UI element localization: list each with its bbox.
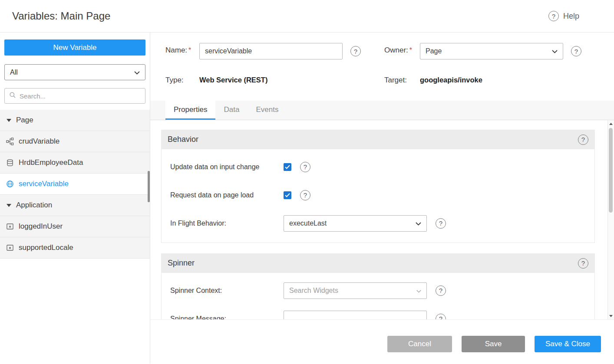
sidebar-scrollbar-thumb[interactable] xyxy=(148,171,150,202)
variable-label: supportedLocale xyxy=(19,243,73,252)
name-label: Name:* xyxy=(165,46,191,55)
owner-select[interactable]: Page xyxy=(420,43,563,59)
scrollbar-thumb[interactable] xyxy=(609,128,613,213)
spinner-help-icon[interactable]: ? xyxy=(578,258,588,269)
collapse-triangle-icon xyxy=(6,119,11,122)
static-variable-icon xyxy=(6,244,14,252)
spinner-message-help-icon[interactable]: ? xyxy=(436,314,446,320)
in-flight-help-icon[interactable]: ? xyxy=(436,218,446,229)
request-data-checkbox[interactable] xyxy=(284,191,291,199)
help-button[interactable]: ? Help xyxy=(548,0,579,32)
variables-sidebar: New Variable All xyxy=(0,33,150,364)
variable-label: crudVariable xyxy=(19,137,59,146)
spinner-context-label: Spinner Context: xyxy=(170,287,284,295)
help-icon: ? xyxy=(548,11,559,21)
group-label: Page xyxy=(16,116,33,125)
dialog-footer: Cancel Save Save & Close xyxy=(150,320,614,364)
spinner-context-row: Spinner Context: Search Widgets ? xyxy=(162,276,594,305)
properties-content: Behavior ? Update data on input change ? xyxy=(150,120,614,320)
type-value: Web Service (REST) xyxy=(199,76,267,84)
name-input[interactable] xyxy=(199,43,343,59)
crud-variable-icon xyxy=(6,138,14,145)
behavior-section-title: Behavior xyxy=(168,135,198,144)
target-value: googleapis/invoke xyxy=(420,76,482,84)
in-flight-value: executeLast xyxy=(289,220,327,227)
database-icon xyxy=(6,159,14,167)
sidebar-item-hrdbemployeedata[interactable]: HrdbEmployeeData xyxy=(0,152,150,174)
request-data-label: Request data on page load xyxy=(170,191,284,199)
variable-label: HrdbEmployeeData xyxy=(19,158,83,167)
save-and-close-button[interactable]: Save & Close xyxy=(535,336,601,352)
chevron-down-icon xyxy=(134,69,140,76)
spinner-section: Spinner ? Spinner Context: Search Widget… xyxy=(161,253,595,320)
static-variable-icon xyxy=(6,223,14,230)
update-data-help-icon[interactable]: ? xyxy=(300,162,310,172)
search-icon xyxy=(9,92,16,100)
update-data-row: Update data on input change ? xyxy=(162,153,594,181)
sidebar-item-crudvariable[interactable]: crudVariable xyxy=(0,131,150,152)
owner-label: Owner:* xyxy=(384,46,412,55)
in-flight-row: In Flight Behavior: executeLast ? xyxy=(162,209,594,237)
save-button[interactable]: Save xyxy=(462,336,525,352)
page-title: Variables: Main Page xyxy=(12,10,110,22)
web-service-icon xyxy=(6,180,14,188)
owner-help-icon[interactable]: ? xyxy=(571,46,581,56)
search-input[interactable] xyxy=(20,92,141,100)
spinner-context-help-icon[interactable]: ? xyxy=(436,285,446,296)
in-flight-label: In Flight Behavior: xyxy=(170,220,284,227)
sidebar-group-application[interactable]: Application xyxy=(0,195,150,216)
scrollbar-up-icon[interactable] xyxy=(608,120,614,127)
behavior-help-icon[interactable]: ? xyxy=(578,134,588,145)
variable-detail-pane: Name:* ? Owner:* Page ? Type: Web Servic… xyxy=(150,33,614,364)
spinner-section-title: Spinner xyxy=(168,259,195,268)
sidebar-item-supportedlocale[interactable]: supportedLocale xyxy=(0,237,150,259)
variable-label: serviceVariable xyxy=(19,180,69,188)
spinner-message-label: Spinner Message: xyxy=(170,315,284,320)
dialog-header: Variables: Main Page ? Help xyxy=(0,0,614,33)
chevron-down-icon xyxy=(552,47,558,55)
type-label: Type: xyxy=(165,76,184,85)
spinner-message-row: Spinner Message: ? xyxy=(162,305,594,320)
name-help-icon[interactable]: ? xyxy=(350,46,361,56)
required-asterisk: * xyxy=(409,46,412,54)
variable-form-header: Name:* ? Owner:* Page ? Type: Web Servic… xyxy=(150,33,614,101)
request-data-help-icon[interactable]: ? xyxy=(300,190,310,200)
help-label: Help xyxy=(563,12,579,21)
owner-value: Page xyxy=(426,47,442,55)
sidebar-item-loggedinuser[interactable]: loggedInUser xyxy=(0,216,150,237)
spinner-context-select[interactable]: Search Widgets xyxy=(284,282,427,299)
variable-search xyxy=(4,88,145,104)
variable-label: loggedInUser xyxy=(19,222,63,231)
scrollbar-down-icon[interactable] xyxy=(608,312,614,319)
variable-tree: Page crudVariable HrdbEmployeeData xyxy=(0,110,150,259)
sidebar-item-servicevariable[interactable]: serviceVariable xyxy=(0,174,150,195)
update-data-label: Update data on input change xyxy=(170,163,284,171)
required-asterisk: * xyxy=(188,46,191,54)
variable-filter-value: All xyxy=(10,69,18,76)
update-data-checkbox[interactable] xyxy=(284,163,291,171)
cancel-button[interactable]: Cancel xyxy=(387,336,452,352)
detail-tabs: Properties Data Events xyxy=(150,101,614,120)
vertical-scrollbar[interactable] xyxy=(607,120,614,319)
chevron-down-icon xyxy=(416,220,421,227)
collapse-triangle-icon xyxy=(6,204,11,207)
variables-dialog: Variables: Main Page ? Help New Variable… xyxy=(0,0,614,364)
tab-events[interactable]: Events xyxy=(248,101,287,120)
behavior-section: Behavior ? Update data on input change ? xyxy=(161,130,595,243)
spinner-message-input[interactable] xyxy=(284,311,427,320)
new-variable-button[interactable]: New Variable xyxy=(4,39,145,56)
sidebar-group-page[interactable]: Page xyxy=(0,110,150,131)
spinner-context-placeholder: Search Widgets xyxy=(289,287,338,295)
tab-properties[interactable]: Properties xyxy=(165,101,215,120)
in-flight-select[interactable]: executeLast xyxy=(284,215,427,232)
target-label: Target: xyxy=(384,76,407,85)
variable-filter-select[interactable]: All xyxy=(4,64,145,80)
group-label: Application xyxy=(16,201,52,210)
tab-data[interactable]: Data xyxy=(215,101,248,120)
request-data-row: Request data on page load ? xyxy=(162,181,594,209)
chevron-down-icon xyxy=(416,287,421,295)
